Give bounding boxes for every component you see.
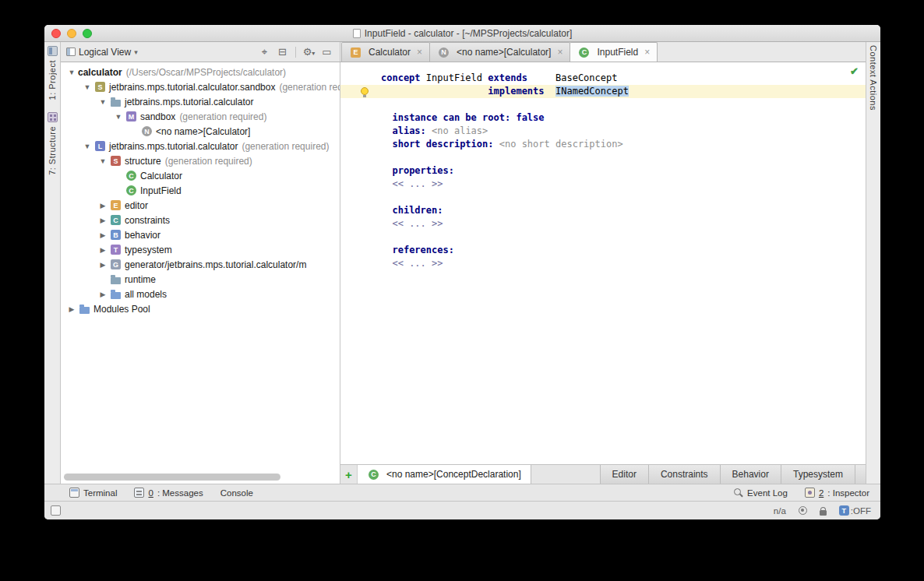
tree-item-calculator[interactable]: CCalculator [61, 168, 340, 183]
toolwindow-toggle-icon[interactable] [51, 505, 61, 516]
tree-toggle-icon[interactable]: ▼ [65, 69, 78, 76]
code-line[interactable] [381, 191, 866, 204]
inspections-status-icon[interactable]: ✔ [850, 65, 859, 77]
code-token: children: [392, 205, 443, 216]
title-bar[interactable]: InputField - calculator - [~/MPSProjects… [44, 25, 880, 42]
typesystem-icon: T [109, 245, 122, 255]
code-line[interactable] [381, 231, 866, 244]
code-line[interactable]: alias: <no alias> [381, 125, 866, 138]
editor-tab-no-name-calculator[interactable]: N<no name>[Calculator]× [429, 42, 570, 62]
tree-item-modules-pool[interactable]: ▶Modules Pool [61, 301, 340, 316]
code-token: InputField [426, 72, 488, 83]
tree-item-jetbrains-mps-tutorial-calculator[interactable]: ▼jetbrains.mps.tutorial.calculator [61, 94, 340, 109]
tree-item-behavior[interactable]: ▶Bbehavior [61, 227, 340, 242]
locate-icon[interactable]: ⌖ [257, 46, 272, 58]
tool-tab-context-actions[interactable]: Context Actions [869, 45, 878, 111]
code-line[interactable]: references: [381, 244, 866, 257]
tree-toggle-icon[interactable]: ▼ [81, 143, 93, 150]
typesystem-status[interactable]: T :OFF [839, 505, 871, 516]
tool-tab-structure[interactable]: 7: Structure [48, 112, 58, 175]
code-line[interactable] [381, 151, 866, 164]
tree-item-label: Calculator [140, 171, 182, 181]
intention-bulb-icon[interactable] [361, 87, 369, 95]
code-line[interactable]: << ... >> [381, 217, 866, 231]
tree-item-generator-jetbrains-mps-tutorial-calculator-m[interactable]: ▶Ggenerator/jetbrains.mps.tutorial.calcu… [61, 257, 340, 272]
aspect-tab-constraints[interactable]: Constraints [648, 465, 720, 484]
partial-tab[interactable] [855, 465, 866, 484]
toolwindow-button-0-messages[interactable]: 0: Messages [134, 488, 203, 498]
tree-item-constraints[interactable]: ▶Cconstraints [61, 213, 340, 227]
aspect-tab-editor[interactable]: Editor [600, 465, 648, 484]
toolwindow-button-terminal[interactable]: Terminal [69, 488, 117, 498]
toolwindow-button-event-log[interactable]: Event Log [733, 488, 788, 498]
tree-toggle-icon[interactable]: ▶ [97, 246, 109, 254]
add-node-button[interactable]: + [340, 465, 358, 484]
settings-icon[interactable]: ⚙▾ [302, 46, 316, 58]
code-line[interactable]: instance can be root: false [381, 111, 866, 125]
toolwindow-button-console[interactable]: Console [220, 488, 253, 498]
tree-item-typesystem[interactable]: ▶Ttypesystem [61, 242, 340, 257]
code-line[interactable]: implements INamedConcept [340, 85, 866, 98]
code-editor[interactable]: concept InputField extends BaseConcept i… [340, 62, 866, 464]
zoom-button[interactable] [83, 29, 92, 38]
tree-item-calculator[interactable]: ▼calculator(/Users/Oscar/MPSProjects/cal… [61, 65, 340, 79]
tree-toggle-icon[interactable]: ▼ [97, 98, 109, 106]
hector-inspections-icon[interactable] [799, 506, 807, 515]
tree-item-jetbrains-mps-tutorial-calculator[interactable]: ▼Ljetbrains.mps.tutorial.calculator(gene… [61, 139, 340, 153]
tree-item-sandbox[interactable]: ▼Msandbox(generation required) [61, 109, 340, 124]
horizontal-scrollbar[interactable] [64, 474, 280, 481]
tree-item-label: jetbrains.mps.tutorial.calculator.sandbo… [109, 82, 275, 93]
close-button[interactable] [51, 29, 61, 38]
tree-toggle-icon[interactable]: ▶ [97, 290, 109, 298]
structure-icon: S [109, 156, 122, 166]
tree-toggle-icon[interactable]: ▶ [97, 217, 109, 224]
code-line[interactable]: concept InputField extends BaseConcept [381, 72, 866, 85]
code-token: <no short description> [499, 139, 623, 150]
tree-toggle-icon[interactable]: ▶ [97, 231, 109, 239]
toolwindow-buttons-right: Event Log2: Inspector [733, 488, 869, 498]
code-token: false [516, 112, 544, 123]
tree-item-no-name-calculator[interactable]: N<no name>[Calculator] [61, 124, 340, 139]
tree-item-label: sandbox [140, 111, 175, 122]
editor-tab-calculator[interactable]: ECalculator× [341, 42, 430, 62]
code-line[interactable]: properties: [381, 164, 866, 178]
minimize-button[interactable] [67, 29, 76, 38]
tree-item-runtime[interactable]: runtime [61, 272, 340, 287]
tool-tab-project[interactable]: 1: Project [48, 46, 58, 100]
code-token: alias: [392, 125, 425, 136]
code-token [381, 205, 392, 216]
view-selector[interactable]: Logical View [79, 47, 131, 58]
hide-panel-icon[interactable]: ▭ [319, 46, 334, 58]
caret-position[interactable]: n/a [774, 506, 786, 516]
close-tab-icon[interactable]: × [644, 47, 650, 58]
toolwindow-button-2-inspector[interactable]: 2: Inspector [805, 488, 869, 498]
tree-item-editor[interactable]: ▶Eeditor [61, 198, 340, 213]
tree-item-inputfield[interactable]: CInputField [61, 183, 340, 198]
tree-item-jetbrains-mps-tutorial-calculator-sandbox[interactable]: ▼Sjetbrains.mps.tutorial.calculator.sand… [61, 79, 340, 94]
tree-toggle-icon[interactable]: ▼ [81, 83, 93, 91]
aspect-tab-behavior[interactable]: Behavior [720, 465, 781, 484]
code-token: references: [392, 245, 453, 255]
lock-icon[interactable] [820, 510, 827, 516]
tree-toggle-icon[interactable]: ▶ [97, 202, 109, 210]
code-line[interactable] [381, 98, 866, 111]
code-line[interactable]: << ... >> [381, 178, 866, 191]
tree-item-all-models[interactable]: ▶all models [61, 287, 340, 301]
code-line[interactable]: << ... >> [381, 257, 866, 270]
tree-toggle-icon[interactable]: ▶ [97, 261, 109, 269]
code-token: BaseConcept [555, 72, 617, 83]
node-tab-concept-declaration[interactable]: C <no name>[ConceptDeclaration] [358, 465, 531, 484]
editor-tab-inputfield[interactable]: CInputField× [570, 42, 658, 62]
tree-toggle-icon[interactable]: ▶ [65, 305, 78, 313]
code-line[interactable]: short description: <no short description… [381, 138, 866, 151]
close-tab-icon[interactable]: × [417, 47, 422, 58]
chevron-down-icon[interactable]: ▾ [134, 48, 138, 56]
tree-toggle-icon[interactable]: ▼ [112, 113, 125, 121]
collapse-all-icon[interactable]: ⊟ [275, 46, 290, 58]
project-tool-icon [48, 46, 58, 56]
aspect-tab-typesystem[interactable]: Typesystem [781, 465, 855, 484]
code-line[interactable]: children: [381, 204, 866, 217]
tree-item-structure[interactable]: ▼Sstructure(generation required) [61, 153, 340, 168]
close-tab-icon[interactable]: × [557, 47, 563, 58]
tree-toggle-icon[interactable]: ▼ [97, 157, 109, 165]
